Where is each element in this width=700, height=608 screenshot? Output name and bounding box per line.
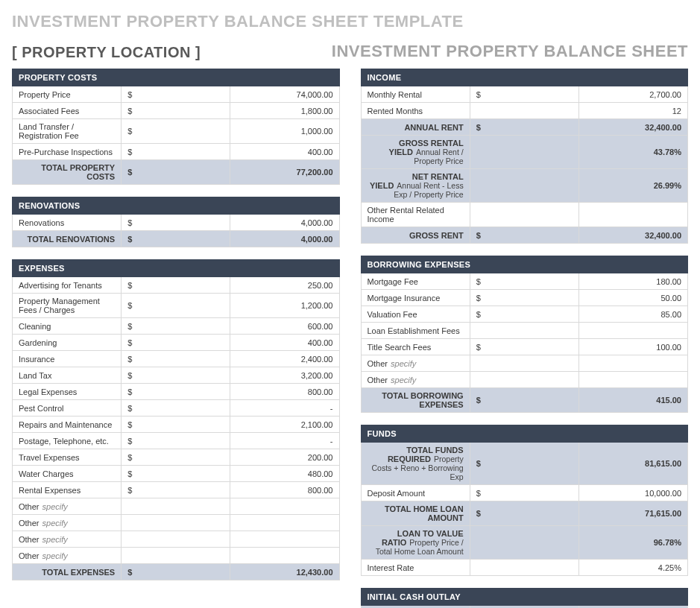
currency: $ <box>470 86 578 103</box>
currency: $ <box>122 277 230 294</box>
row-value: 85.00 <box>578 306 687 323</box>
table-row: Pest Control$- <box>13 400 340 417</box>
row-value: - <box>230 433 339 449</box>
row-value: 3,200.00 <box>230 367 339 384</box>
blank <box>578 372 687 388</box>
table-row: Legal Expenses$800.00 <box>13 384 340 400</box>
row-label: Legal Expenses <box>13 384 122 400</box>
table-row: Gardening$400.00 <box>13 335 340 351</box>
table-row: Cleaning$600.00 <box>13 318 340 335</box>
annual-rent-row: ANNUAL RENT $ 32,400.00 <box>361 119 688 136</box>
table-row-other: Otherspecify <box>361 372 688 388</box>
row-value: 200.00 <box>230 449 339 466</box>
property-costs-total: TOTAL PROPERTY COSTS $ 77,200.00 <box>13 160 340 185</box>
gross-yield-sub: Annual Rent / Property Price <box>414 148 464 165</box>
currency: $ <box>470 290 578 306</box>
row-value: 1,000.00 <box>230 119 339 144</box>
table-row: Renovations$4,000.00 <box>13 215 340 231</box>
monthly-rental-label: Monthly Rental <box>361 86 470 103</box>
currency: $ <box>470 273 578 290</box>
total-value: 12,430.00 <box>230 564 339 580</box>
table-row: Postage, Telephone, etc.$- <box>13 433 340 449</box>
total-required-label: TOTAL FUNDS REQUIREDProperty Costs + Ren… <box>361 606 470 609</box>
currency: $ <box>122 86 230 103</box>
other-label: Otherspecify <box>13 515 122 531</box>
total-required-label: TOTAL FUNDS REQUIREDProperty Costs + Ren… <box>361 443 470 485</box>
table-row: Loan Establishment Fees <box>361 323 688 339</box>
row-value: 1,200.00 <box>230 294 339 318</box>
row-label: Pest Control <box>13 400 122 417</box>
total-label: TOTAL RENOVATIONS <box>13 231 122 247</box>
deposit-label: Deposit Amount <box>361 485 470 501</box>
gross-yield-label: GROSS RENTAL YIELDAnnual Rent / Property… <box>361 136 470 169</box>
funds-table: FUNDS TOTAL FUNDS REQUIREDProperty Costs… <box>361 425 689 576</box>
net-yield-row: NET RENTAL YIELDAnnual Rent - Less Exp /… <box>361 169 688 203</box>
currency: $ <box>470 227 578 244</box>
property-costs-table: PROPERTY COSTS Property Price$74,000.00A… <box>12 69 340 185</box>
table-row: Advertising for Tenants$250.00 <box>13 277 340 294</box>
property-costs-header: PROPERTY COSTS <box>13 69 340 86</box>
currency: $ <box>122 335 230 351</box>
table-row: Rented Months 12 <box>361 103 688 119</box>
row-label: Valuation Fee <box>361 306 470 323</box>
row-label: Repairs and Maintenance <box>13 417 122 433</box>
blank <box>470 169 578 203</box>
row-value: 180.00 <box>578 273 687 290</box>
row-value: 1,800.00 <box>230 103 339 119</box>
blank <box>122 548 230 564</box>
row-label: Cleaning <box>13 318 122 335</box>
row-label: Postage, Telephone, etc. <box>13 433 122 449</box>
currency: $ <box>122 466 230 482</box>
currency: $ <box>122 417 230 433</box>
blank <box>578 355 687 372</box>
table-row: Repairs and Maintenance$2,100.00 <box>13 417 340 433</box>
total-label: TOTAL BORROWING EXPENSES <box>361 388 470 413</box>
row-label: Property Price <box>13 86 122 103</box>
currency: $ <box>122 119 230 144</box>
interest-value: 4.25% <box>578 560 687 576</box>
row-value: 4,000.00 <box>230 215 339 231</box>
table-row-other: Otherspecify <box>13 515 340 531</box>
currency: $ <box>470 306 578 323</box>
blank <box>470 560 578 576</box>
currency: $ <box>122 400 230 417</box>
blank <box>230 498 339 515</box>
table-row: Associated Fees$1,800.00 <box>13 103 340 119</box>
row-label: Property Management Fees / Charges <box>13 294 122 318</box>
row-label: Gardening <box>13 335 122 351</box>
income-table: INCOME Monthly Rental $ 2,700.00 Rented … <box>361 69 689 244</box>
other-label: Otherspecify <box>13 531 122 548</box>
funds-header: FUNDS <box>361 425 688 443</box>
currency: $ <box>122 294 230 318</box>
row-value: 800.00 <box>230 384 339 400</box>
table-row: Land Tax$3,200.00 <box>13 367 340 384</box>
gross-rent-value: 32,400.00 <box>578 227 687 244</box>
left-column: PROPERTY COSTS Property Price$74,000.00A… <box>12 69 340 608</box>
rented-months-label: Rented Months <box>361 103 470 119</box>
blank <box>470 136 578 169</box>
ltv-value: 96.78% <box>578 526 687 560</box>
row-label: Mortgage Insurance <box>361 290 470 306</box>
currency: $ <box>122 433 230 449</box>
renovations-total: TOTAL RENOVATIONS $ 4,000.00 <box>13 231 340 247</box>
table-row-other: Otherspecify <box>13 498 340 515</box>
row-value: 480.00 <box>230 466 339 482</box>
row-label: Renovations <box>13 215 122 231</box>
interest-label: Interest Rate <box>361 560 470 576</box>
row-value: - <box>230 400 339 417</box>
row-value: 2,100.00 <box>230 417 339 433</box>
expenses-total: TOTAL EXPENSES $ 12,430.00 <box>13 564 340 580</box>
page-title: INVESTMENT PROPERTY BALANCE SHEET TEMPLA… <box>12 12 688 31</box>
other-label: Otherspecify <box>361 372 470 388</box>
currency: $ <box>122 384 230 400</box>
total-required-value: 81,615.00 <box>578 443 687 485</box>
funds-total-required: TOTAL FUNDS REQUIREDProperty Costs + Ren… <box>361 443 688 485</box>
ltv-label: LOAN TO VALUE RATIOProperty Price / Tota… <box>361 526 470 560</box>
total-required-value: 81,615.00 <box>578 606 687 609</box>
row-value: 2,400.00 <box>230 351 339 367</box>
table-row: Mortgage Fee$180.00 <box>361 273 688 290</box>
currency: $ <box>122 564 230 580</box>
gross-rent-label: GROSS RENT <box>361 227 470 244</box>
blank <box>122 498 230 515</box>
total-value: 4,000.00 <box>230 231 339 247</box>
